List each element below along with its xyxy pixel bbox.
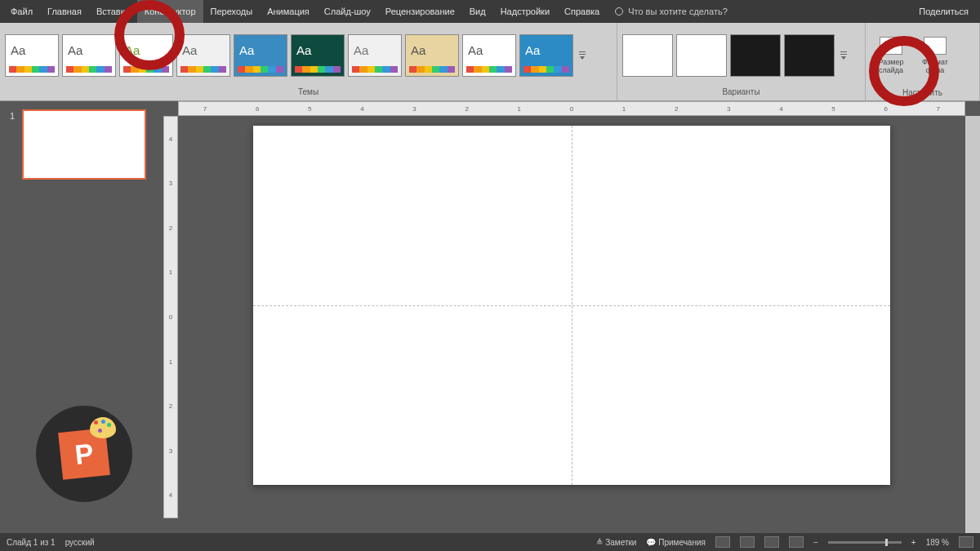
slide-size-icon [880,37,902,55]
zoom-slider[interactable] [828,541,902,544]
view-slideshow-button[interactable] [789,536,804,548]
variant-thumb-1[interactable] [676,34,727,77]
status-slide-count: Слайд 1 из 1 [7,538,56,547]
theme-thumb-9[interactable]: Aa [519,34,573,77]
slide-canvas[interactable] [253,126,890,485]
fit-to-window-button[interactable] [959,536,973,548]
palette-icon [90,417,116,438]
theme-thumb-5[interactable]: Aa [291,34,345,77]
scrollbar-horizontal[interactable] [178,518,965,533]
zoom-in[interactable]: + [911,538,916,547]
editor-area: 1 765432101234567 432101234 [0,101,980,533]
bulb-icon [615,7,623,16]
themes-group-label: Темы [0,87,617,100]
theme-thumb-2[interactable]: Aa [119,34,173,77]
theme-thumb-3[interactable]: Aa [176,34,230,77]
menu-insert[interactable]: Вставка [89,0,137,23]
comments-button[interactable]: 💬 Примечания [646,538,706,547]
menu-help[interactable]: Справка [557,0,607,23]
slide-number: 1 [10,111,15,121]
status-language[interactable]: русский [65,538,95,547]
variant-thumb-2[interactable] [730,34,781,77]
ribbon-group-themes: AaAaAaAaAaAaAaAaAaAa Темы [0,23,617,100]
share-button[interactable]: Поделиться [911,7,977,16]
theme-thumb-7[interactable]: Aa [405,34,459,77]
ruler-horizontal: 765432101234567 [178,101,965,116]
theme-thumb-1[interactable]: Aa [62,34,116,77]
menu-animation[interactable]: Анимация [260,0,317,23]
slide-canvas-area: 765432101234567 432101234 [163,101,980,533]
themes-more-button[interactable] [577,34,588,77]
theme-thumb-4[interactable]: Aa [234,34,287,77]
menu-file[interactable]: Файл [3,0,40,23]
slide-size-button[interactable]: Размер слайда [871,26,911,85]
menu-home[interactable]: Главная [40,0,89,23]
zoom-out[interactable]: − [813,538,818,547]
settings-group-label: Настроить [866,88,979,100]
status-bar: Слайд 1 из 1 русский ≜ Заметки 💬 Примеча… [0,533,980,551]
slide-thumbnail-1[interactable] [22,109,146,180]
theme-thumb-8[interactable]: Aa [462,34,516,77]
view-normal-button[interactable] [715,536,730,548]
variant-thumb-0[interactable] [622,34,673,77]
menu-addins[interactable]: Надстройки [493,0,557,23]
variant-thumb-3[interactable] [784,34,835,77]
ribbon-design: AaAaAaAaAaAaAaAaAaAa Темы Варианты Разме… [0,23,980,101]
menu-review[interactable]: Рецензирование [378,0,462,23]
notes-button[interactable]: ≜ Заметки [596,538,636,547]
powerpoint-artist-logo: P [36,406,132,502]
variants-group-label: Варианты [617,87,865,100]
menu-bar: Файл Главная Вставка Конструктор Переход… [0,0,980,23]
guide-vertical[interactable] [572,126,572,485]
tell-me-search[interactable]: Что вы хотите сделать? [615,7,728,16]
variants-more-button[interactable] [838,34,849,77]
menu-view[interactable]: Вид [462,0,493,23]
scrollbar-vertical[interactable] [965,116,980,533]
ribbon-group-settings: Размер слайда Формат фона Настроить [866,23,980,100]
view-sorter-button[interactable] [740,536,755,548]
menu-slideshow[interactable]: Слайд-шоу [317,0,378,23]
ribbon-group-variants: Варианты [617,23,866,100]
theme-thumb-0[interactable]: Aa [5,34,59,77]
view-reading-button[interactable] [764,536,779,548]
theme-thumb-6[interactable]: Aa [348,34,402,77]
zoom-level[interactable]: 189 % [926,538,949,547]
ruler-vertical: 432101234 [163,116,178,518]
format-bg-icon [924,37,947,55]
format-background-button[interactable]: Формат фона [915,26,956,85]
menu-design[interactable]: Конструктор [137,0,203,23]
menu-transitions[interactable]: Переходы [203,0,261,23]
